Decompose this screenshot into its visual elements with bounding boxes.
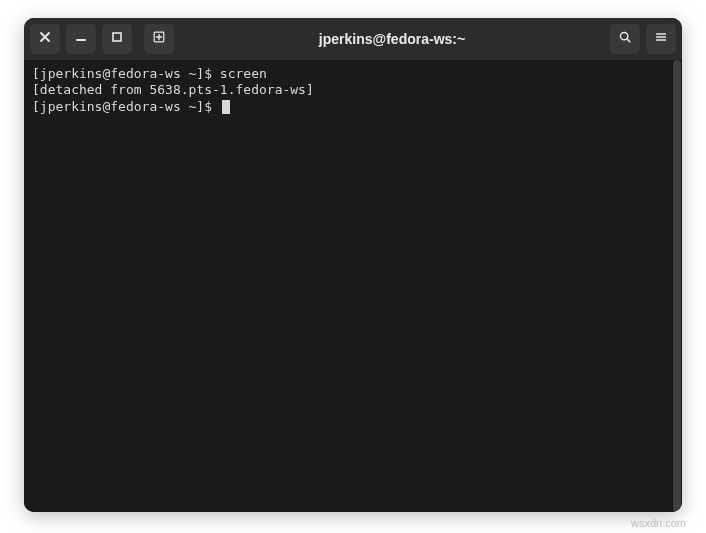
new-tab-icon (152, 30, 166, 48)
close-icon (38, 30, 52, 48)
terminal-body[interactable]: [jperkins@fedora-ws ~]$ screen [detached… (24, 60, 682, 512)
close-button[interactable] (30, 24, 60, 54)
watermark: wsxdn.com (631, 517, 686, 529)
svg-rect-0 (113, 33, 121, 41)
titlebar: jperkins@fedora-ws:~ (24, 18, 682, 60)
cursor (222, 100, 230, 114)
maximize-button[interactable] (102, 24, 132, 54)
terminal-line: [jperkins@fedora-ws ~]$ (32, 99, 674, 115)
search-icon (618, 30, 632, 48)
menu-button[interactable] (646, 24, 676, 54)
maximize-icon (110, 30, 124, 48)
titlebar-right (610, 24, 676, 54)
scrollbar[interactable] (672, 60, 682, 512)
terminal-line: [jperkins@fedora-ws ~]$ screen (32, 66, 674, 82)
new-tab-button[interactable] (144, 24, 174, 54)
terminal-line: [detached from 5638.pts-1.fedora-ws] (32, 82, 674, 98)
minimize-icon (74, 30, 88, 48)
prompt-text: [jperkins@fedora-ws ~]$ (32, 99, 220, 114)
search-button[interactable] (610, 24, 640, 54)
window-title: jperkins@fedora-ws:~ (180, 31, 604, 47)
hamburger-icon (654, 30, 668, 48)
scrollbar-thumb[interactable] (673, 60, 681, 512)
terminal-window: jperkins@fedora-ws:~ [jperkins@fedora-ws… (24, 18, 682, 512)
minimize-button[interactable] (66, 24, 96, 54)
